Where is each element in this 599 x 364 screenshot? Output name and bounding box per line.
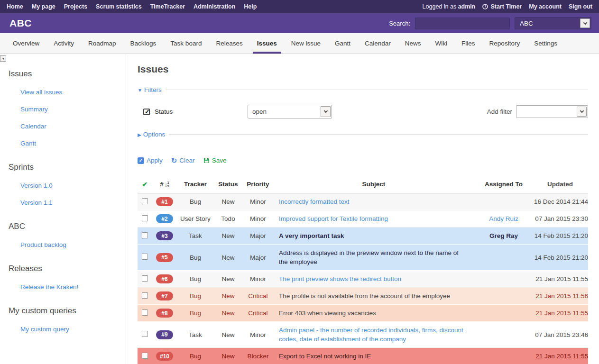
issue-id-badge[interactable]: #6 — [156, 274, 173, 283]
tab-wiki[interactable]: Wiki — [428, 33, 455, 54]
issue-id-badge[interactable]: #1 — [156, 197, 173, 206]
tab-gantt[interactable]: Gantt — [328, 33, 358, 54]
column-header-id[interactable]: #↓19 — [152, 177, 177, 193]
tracker-cell: Task — [177, 228, 213, 245]
updated-cell: 14 Feb 2015 21:20 — [532, 245, 588, 271]
sidebar-item-release-the-kraken[interactable]: Release the Kraken! — [20, 283, 126, 291]
status-filter-select[interactable]: open — [248, 105, 332, 118]
add-filter-select[interactable] — [516, 105, 588, 118]
issue-id-badge[interactable]: #9 — [156, 330, 173, 339]
sidebar-collapse-icon[interactable]: ◂ — [0, 55, 6, 62]
updated-cell: 14 Feb 2015 21:20 — [532, 228, 588, 245]
tab-releases[interactable]: Releases — [209, 33, 249, 54]
column-header-updated[interactable]: Updated — [532, 177, 588, 193]
clock-icon — [482, 4, 488, 9]
sidebar-item-view-all-issues[interactable]: View all issues — [20, 89, 126, 96]
apply-button[interactable]: ✓ Apply — [138, 157, 163, 164]
tracker-cell: Task — [177, 322, 213, 348]
issue-subject-link[interactable]: A very important task — [279, 232, 344, 239]
clear-button[interactable]: ↻ Clear — [171, 157, 195, 164]
project-selector[interactable]: ABC — [515, 17, 591, 29]
issue-subject-link[interactable]: Address is displayed in the preview wind… — [279, 249, 459, 265]
tab-issues[interactable]: Issues — [250, 33, 284, 54]
search-input[interactable] — [415, 18, 510, 29]
sidebar-item-summary[interactable]: Summary — [20, 106, 126, 113]
topbar-link-administration[interactable]: Administration — [194, 3, 235, 10]
issue-subject-link[interactable]: Admin panel - the number of recorded ind… — [279, 327, 463, 343]
row-select-checkbox[interactable] — [142, 331, 148, 337]
tab-calendar[interactable]: Calendar — [358, 33, 398, 54]
issue-subject-link[interactable]: Incorrectly formatted text — [279, 198, 350, 205]
table-header-row: ✔ #↓19 Tracker Status Priority Subject A… — [138, 177, 588, 193]
tab-overview[interactable]: Overview — [6, 33, 46, 54]
select-all-check-icon[interactable]: ✔ — [142, 181, 147, 188]
issue-subject-link[interactable]: Export to Excel not working in IE — [279, 353, 371, 360]
tab-new-issue[interactable]: New issue — [284, 33, 328, 54]
tab-files[interactable]: Files — [454, 33, 482, 54]
row-select-checkbox[interactable] — [142, 215, 148, 221]
username: admin — [458, 3, 476, 10]
priority-cell: Major — [243, 245, 273, 271]
sidebar-heading-abc: ABC — [9, 222, 126, 231]
issue-id-badge[interactable]: #7 — [156, 291, 173, 300]
sign-out-link[interactable]: Sign out — [569, 3, 592, 10]
assignee-link[interactable]: Andy Ruiz — [489, 215, 518, 222]
issue-id-badge[interactable]: #2 — [156, 214, 173, 223]
tab-roadmap[interactable]: Roadmap — [81, 33, 123, 54]
row-select-checkbox[interactable] — [142, 309, 148, 316]
updated-cell: 21 Jan 2015 11:56 — [532, 288, 588, 305]
tab-settings[interactable]: Settings — [527, 33, 564, 54]
topbar-link-timetracker[interactable]: TimeTracker — [150, 3, 185, 10]
column-header-subject[interactable]: Subject — [273, 177, 475, 193]
row-select-checkbox[interactable] — [142, 292, 148, 299]
topbar-link-home[interactable]: Home — [7, 3, 23, 10]
sidebar-item-version-1-1[interactable]: Version 1.1 — [20, 199, 126, 206]
sidebar-heading-releases: Releases — [9, 264, 126, 273]
tab-repository[interactable]: Repository — [482, 33, 527, 54]
sidebar-item-version-1-0[interactable]: Version 1.0 — [20, 182, 126, 189]
row-select-checkbox[interactable] — [142, 353, 148, 359]
status-cell: Todo — [213, 210, 243, 228]
column-header-status[interactable]: Status — [213, 177, 243, 193]
tab-task-board[interactable]: Task board — [163, 33, 209, 54]
status-filter-checkbox[interactable] — [143, 109, 150, 115]
issue-id-badge[interactable]: #10 — [156, 352, 173, 361]
my-account-link[interactable]: My account — [529, 3, 562, 10]
issue-id-badge[interactable]: #3 — [156, 231, 173, 240]
issue-subject-link[interactable]: Error 403 when viewing vacancies — [279, 309, 376, 317]
column-header-tracker[interactable]: Tracker — [177, 177, 213, 193]
status-cell: New — [213, 348, 243, 364]
row-select-checkbox[interactable] — [142, 232, 148, 238]
topbar-link-scrum-statistics[interactable]: Scrum statistics — [96, 3, 142, 10]
options-toggle[interactable]: ▶Options — [138, 131, 165, 138]
issue-subject-link[interactable]: The print preview shows the redirect but… — [279, 275, 401, 282]
topbar-link-projects[interactable]: Projects — [64, 3, 87, 10]
tab-news[interactable]: News — [398, 33, 428, 54]
apply-check-icon: ✓ — [138, 157, 144, 164]
assignee-link[interactable]: Greg Ray — [489, 232, 518, 239]
filters-toggle[interactable]: ▼Filters — [138, 86, 162, 93]
topbar-link-help[interactable]: Help — [244, 3, 257, 10]
issue-id-badge[interactable]: #8 — [156, 309, 173, 318]
row-select-checkbox[interactable] — [142, 198, 148, 204]
tab-activity[interactable]: Activity — [46, 33, 81, 54]
sidebar-item-my-custom-query[interactable]: My custom query — [20, 326, 126, 333]
tracker-cell: Bug — [177, 288, 213, 305]
issue-subject-link[interactable]: Improved support for Textile formatting — [279, 215, 388, 222]
sidebar-item-product-backlog[interactable]: Product backlog — [20, 241, 126, 248]
sidebar-item-calendar[interactable]: Calendar — [20, 123, 126, 130]
start-timer-link[interactable]: Start Timer — [482, 3, 522, 10]
topbar-link-my-page[interactable]: My page — [32, 3, 55, 10]
issue-subject-link[interactable]: The profile is not available from the ac… — [279, 292, 450, 300]
sidebar-heading-my-custom-queries: My custom queries — [9, 306, 126, 316]
row-select-checkbox[interactable] — [142, 254, 148, 260]
sidebar-section-releases: ReleasesRelease the Kraken! — [0, 264, 126, 291]
updated-cell: 21 Jan 2015 11:55 — [532, 271, 588, 288]
save-button[interactable]: Save — [203, 157, 227, 164]
row-select-checkbox[interactable] — [142, 275, 148, 282]
issue-id-badge[interactable]: #5 — [156, 253, 173, 262]
column-header-assigned[interactable]: Assigned To — [475, 177, 532, 193]
column-header-priority[interactable]: Priority — [243, 177, 273, 193]
sidebar-item-gantt[interactable]: Gantt — [20, 140, 126, 147]
tab-backlogs[interactable]: Backlogs — [123, 33, 164, 54]
